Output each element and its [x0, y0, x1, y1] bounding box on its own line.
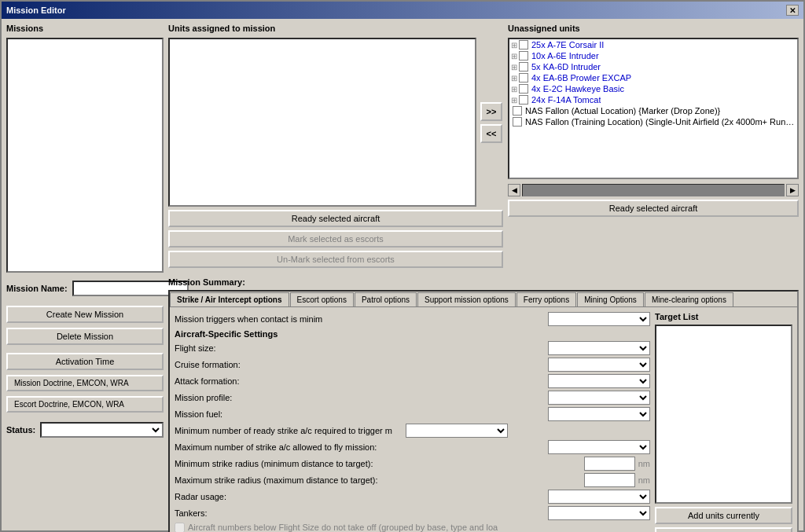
missions-listbox[interactable]: [6, 38, 164, 273]
list-item[interactable]: NAS Fallon (Training Location) (Single-U…: [509, 116, 797, 127]
mission-fuel-label: Mission fuel:: [175, 409, 545, 419]
item-text: 4x E-2C Hawkeye Basic: [531, 84, 624, 94]
mission-fuel-row: Mission fuel:: [175, 407, 650, 421]
cb1-label: Aircraft numbers below Flight Size do no…: [188, 523, 498, 532]
left-bottom-panel: Mission Name: Create New Mission Delete …: [6, 277, 164, 526]
attack-formation-row: Attack formation:: [175, 374, 650, 388]
max-radius-input[interactable]: [584, 473, 635, 487]
forward-button[interactable]: >>: [480, 102, 502, 121]
scroll-right[interactable]: ▶: [786, 184, 799, 196]
backward-button[interactable]: <<: [480, 124, 502, 143]
expand-icon: ⊞: [511, 52, 517, 61]
item-checkbox[interactable]: [519, 95, 528, 105]
list-item[interactable]: ⊞24x F-14A Tomcat: [509, 94, 797, 105]
tab-strike[interactable]: Strike / Air Intercept options: [170, 292, 289, 307]
max-radius-label: Maximum strike radius (maximum distance …: [175, 475, 581, 485]
list-item[interactable]: ⊞10x A-6E Intruder: [509, 50, 797, 61]
item-text: 24x F-14A Tomcat: [531, 95, 601, 105]
item-checkbox[interactable]: [519, 73, 528, 83]
min-radius-nm: nm: [638, 459, 650, 468]
min-radius-row: Minimum strike radius (minimum distance …: [175, 457, 650, 471]
list-item[interactable]: ⊞5x KA-6D Intruder: [509, 61, 797, 72]
tab-mining[interactable]: Mining Options: [577, 292, 644, 307]
cb1-row: Aircraft numbers below Flight Size do no…: [175, 523, 650, 533]
escort-doctrine-button[interactable]: Escort Doctrine, EMCON, WRA: [6, 396, 164, 413]
tab-ferry[interactable]: Ferry options: [516, 292, 576, 307]
ready-aircraft-top-button[interactable]: Ready selected aircraft: [168, 210, 503, 227]
tabs-area: Strike / Air Intercept options Escort op…: [168, 290, 799, 533]
item-text: 5x KA-6D Intruder: [531, 62, 601, 72]
item-checkbox[interactable]: [513, 106, 522, 116]
list-item[interactable]: NAS Fallon (Actual Location) {Marker (Dr…: [509, 105, 797, 116]
horizontal-scrollbar[interactable]: ◀ ▶: [508, 184, 799, 196]
item-text: 25x A-7E Corsair II: [531, 40, 604, 50]
delete-mission-button[interactable]: Delete Mission: [6, 328, 164, 345]
activation-time-button[interactable]: Activation Time: [6, 353, 164, 370]
list-item[interactable]: ⊞25x A-7E Corsair II: [509, 39, 797, 50]
cruise-formation-label: Cruise formation:: [175, 360, 545, 369]
mission-summary-label: Mission Summary:: [168, 277, 245, 287]
expand-icon: ⊞: [511, 74, 517, 83]
mission-doctrine-button[interactable]: Mission Doctrine, EMCON, WRA: [6, 375, 164, 391]
item-text: 10x A-6E Intruder: [531, 51, 599, 61]
list-item[interactable]: ⊞4x E-2C Hawkeye Basic: [509, 83, 797, 94]
cb1-checkbox[interactable]: [175, 523, 185, 533]
tab-support[interactable]: Support mission options: [417, 292, 516, 307]
flight-size-select[interactable]: [548, 341, 650, 355]
expand-icon: ⊞: [511, 63, 517, 72]
units-assigned-section: >> <<: [168, 38, 503, 207]
status-select[interactable]: [40, 422, 164, 438]
tankers-label: Tankers:: [175, 508, 545, 518]
target-list-box[interactable]: [655, 325, 792, 504]
cruise-formation-select[interactable]: [548, 358, 650, 372]
item-text: 4x EA-6B Prowler EXCAP: [531, 73, 631, 83]
attack-formation-select[interactable]: [548, 374, 650, 388]
item-checkbox[interactable]: [519, 51, 528, 61]
tab-patrol[interactable]: Patrol options: [355, 292, 417, 307]
status-row: Status:: [6, 420, 164, 439]
ready-aircraft-bottom-button[interactable]: Ready selected aircraft: [508, 200, 799, 217]
tab-inner: Mission triggers when contact is minim A…: [175, 312, 792, 533]
add-units-button[interactable]: Add units currently: [655, 507, 792, 524]
list-item[interactable]: ⊞4x EA-6B Prowler EXCAP: [509, 72, 797, 83]
mission-name-row: Mission Name:: [6, 277, 164, 299]
bottom-area: Mission Name: Create New Mission Delete …: [2, 277, 803, 531]
trigger-select[interactable]: [548, 312, 650, 326]
scroll-track[interactable]: [522, 184, 785, 196]
mark-escorts-button: Mark selected as escorts: [168, 230, 503, 248]
max-allowed-label: Maximum number of strike a/c allowed to …: [175, 442, 545, 452]
scroll-left[interactable]: ◀: [508, 184, 520, 196]
mission-profile-select[interactable]: [548, 391, 650, 405]
min-radius-input[interactable]: [584, 457, 635, 471]
unassigned-label: Unassigned units: [508, 24, 799, 33]
max-allowed-select[interactable]: [548, 440, 650, 454]
item-checkbox[interactable]: [519, 84, 528, 94]
mission-profile-row: Mission profile:: [175, 391, 650, 405]
radar-row: Radar usage:: [175, 490, 650, 504]
item-text: NAS Fallon (Training Location) (Single-U…: [525, 117, 796, 127]
units-assigned-listbox[interactable]: [168, 38, 476, 207]
item-checkbox[interactable]: [513, 117, 522, 127]
min-ready-select[interactable]: [406, 424, 508, 438]
flight-size-row: Flight size:: [175, 341, 650, 355]
arrow-buttons: >> <<: [480, 38, 503, 207]
right-panel: Unassigned units ⊞25x A-7E Corsair II⊞10…: [508, 24, 799, 273]
create-mission-button[interactable]: Create New Mission: [6, 306, 164, 323]
expand-icon: ⊞: [511, 96, 517, 105]
min-ready-label: Minimum number of ready strike a/c requi…: [175, 426, 402, 435]
tankers-select[interactable]: [548, 506, 650, 520]
tab-mine-clearing[interactable]: Mine-clearing options: [645, 292, 733, 307]
item-checkbox[interactable]: [519, 62, 528, 72]
aircraft-settings-title: Aircraft-Specific Settings: [175, 329, 650, 339]
radar-select[interactable]: [548, 490, 650, 504]
close-button[interactable]: ✕: [786, 5, 799, 16]
max-radius-nm: nm: [638, 475, 650, 485]
max-allowed-row: Maximum number of strike a/c allowed to …: [175, 440, 650, 454]
mission-fuel-select[interactable]: [548, 407, 650, 421]
remove-selected-button[interactable]: Remove Selected: [655, 527, 792, 533]
item-checkbox[interactable]: [519, 40, 528, 50]
tab-escort[interactable]: Escort options: [290, 292, 354, 307]
unassigned-listbox[interactable]: ⊞25x A-7E Corsair II⊞10x A-6E Intruder⊞5…: [508, 38, 799, 179]
tab-content: Mission triggers when contact is minim A…: [170, 307, 797, 533]
status-label: Status:: [6, 425, 35, 435]
